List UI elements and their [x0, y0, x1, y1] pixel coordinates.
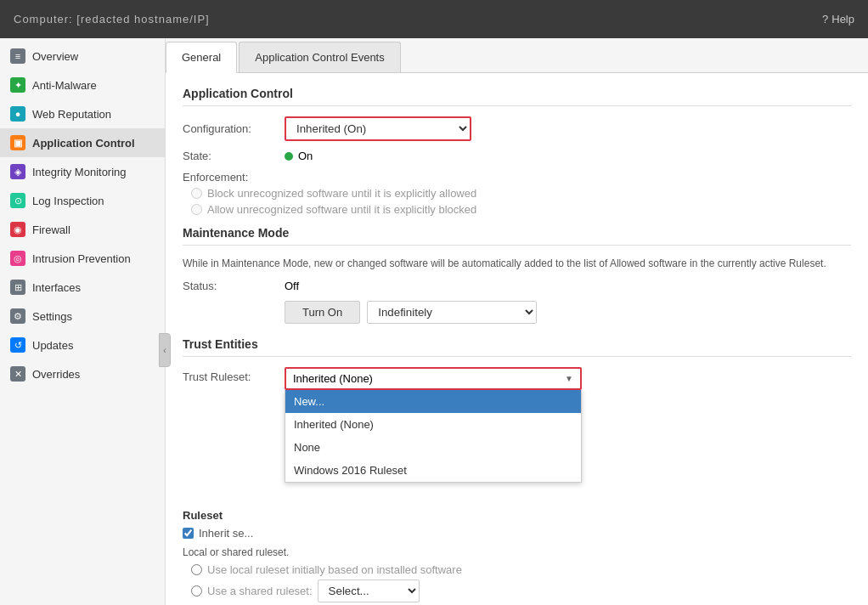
local-radio-label: Use local ruleset initially based on ins…	[207, 563, 462, 576]
shared-radio-row: Use a shared ruleset: Select...	[191, 580, 851, 602]
loginspect-icon: ⊙	[10, 193, 25, 208]
sidebar-label-updates: Updates	[32, 339, 73, 352]
local-radio[interactable]	[191, 564, 202, 575]
trust-ruleset-dropdown-container: Inherited (None) ▼ New... Inherited (Non…	[285, 367, 582, 390]
local-radio-row: Use local ruleset initially based on ins…	[191, 563, 851, 576]
state-label: State:	[183, 150, 285, 162]
updates-icon: ↺	[10, 337, 25, 353]
enforcement-radio1-row: Block unrecognized software until it is …	[191, 187, 851, 200]
sidebar-item-appcontrol[interactable]: ▣ Application Control	[0, 128, 165, 157]
app-control-section-title: Application Control	[183, 87, 851, 106]
sidebar-label-antimalware: Anti-Malware	[32, 79, 97, 92]
sidebar-label-loginspect: Log Inspection	[32, 195, 104, 207]
sidebar-label-webrep: Web Reputation	[32, 108, 111, 121]
dropdown-option-win2016[interactable]: Windows 2016 Ruleset	[285, 459, 581, 482]
maintenance-status-row: Status: Off	[183, 280, 851, 292]
sidebar-collapse-button[interactable]: ‹	[159, 333, 171, 367]
sidebar-label-overview: Overview	[32, 50, 78, 63]
enforcement-radio2-row: Allow unrecognized software until it is …	[191, 203, 851, 216]
trust-ruleset-menu: New... Inherited (None) None Windows 201…	[285, 390, 582, 483]
inherit-checkbox[interactable]	[183, 528, 194, 539]
sidebar-label-settings: Settings	[32, 310, 72, 323]
state-row: State: On	[183, 150, 851, 162]
duration-select[interactable]: Indefinitely 1 hour 2 hours 4 hours 8 ho…	[367, 301, 537, 324]
trust-ruleset-label: Trust Ruleset:	[183, 367, 285, 383]
help-button[interactable]: ? Help	[822, 13, 854, 25]
intrusion-icon: ◎	[10, 251, 25, 266]
maintenance-controls-row: Turn On Indefinitely 1 hour 2 hours 4 ho…	[183, 301, 851, 324]
ruleset-title: Ruleset	[183, 509, 851, 522]
dropdown-option-new[interactable]: New...	[285, 390, 581, 413]
sidebar: ≡ Overview ✦ Anti-Malware ● Web Reputati…	[0, 38, 166, 605]
main-content: General Application Control Events Appli…	[166, 38, 868, 605]
shared-ruleset-select[interactable]: Select...	[318, 580, 420, 602]
maintenance-section-title: Maintenance Mode	[183, 226, 851, 246]
shared-radio[interactable]	[191, 585, 202, 597]
trust-entities-section-title: Trust Entities	[183, 337, 851, 357]
help-icon: ?	[822, 13, 828, 25]
sidebar-label-overrides: Overrides	[32, 368, 80, 381]
sidebar-item-webrep[interactable]: ● Web Reputation	[0, 99, 165, 128]
config-select[interactable]: Inherited (On)	[285, 116, 471, 141]
inherit-checkbox-label: Inherit se...	[199, 527, 253, 540]
config-label: Configuration:	[183, 122, 285, 135]
settings-icon: ⚙	[10, 308, 25, 324]
sidebar-label-intrusion: Intrusion Prevention	[32, 252, 131, 265]
window-title: Computer: [redacted hostname/IP]	[14, 13, 210, 25]
sidebar-item-intrusion[interactable]: ◎ Intrusion Prevention	[0, 244, 165, 273]
webrep-icon: ●	[10, 106, 25, 122]
sidebar-item-interfaces[interactable]: ⊞ Interfaces	[0, 273, 165, 302]
turn-on-button[interactable]: Turn On	[285, 301, 360, 324]
sidebar-item-updates[interactable]: ↺ Updates	[0, 331, 165, 359]
maintenance-status-label: Status:	[183, 280, 285, 292]
maintenance-desc: While in Maintenance Mode, new or change…	[183, 256, 851, 271]
antimalware-icon: ✦	[10, 77, 25, 93]
dropdown-option-inherited-none[interactable]: Inherited (None)	[285, 413, 581, 436]
enforcement-radio1-label: Block unrecognized software until it is …	[207, 187, 476, 200]
tab-bar: General Application Control Events	[166, 38, 868, 73]
sidebar-label-integrity: Integrity Monitoring	[32, 166, 127, 178]
sidebar-item-settings[interactable]: ⚙ Settings	[0, 302, 165, 331]
enforcement-radio2-label: Allow unrecognized software until it is …	[207, 203, 476, 216]
shared-radio-label: Use a shared ruleset:	[207, 585, 313, 597]
trust-ruleset-value: Inherited (None)	[293, 372, 373, 385]
sidebar-label-firewall: Firewall	[32, 223, 70, 236]
trust-ruleset-row: Trust Ruleset: Inherited (None) ▼ New...…	[183, 367, 851, 390]
sidebar-item-firewall[interactable]: ◉ Firewall	[0, 215, 165, 244]
trust-ruleset-chevron: ▼	[565, 374, 573, 383]
overrides-icon: ✕	[10, 366, 25, 382]
sidebar-item-loginspect[interactable]: ⊙ Log Inspection	[0, 186, 165, 215]
maintenance-status-value: Off	[285, 280, 299, 292]
dropdown-option-none[interactable]: None	[285, 436, 581, 459]
integrity-icon: ◈	[10, 164, 25, 179]
enforcement-radio1[interactable]	[191, 188, 202, 199]
enforcement-radio2[interactable]	[191, 204, 202, 215]
trust-ruleset-dropdown[interactable]: Inherited (None) ▼	[285, 367, 582, 390]
title-bar: Computer: [redacted hostname/IP] ? Help	[0, 0, 868, 38]
interfaces-icon: ⊞	[10, 280, 25, 295]
overview-icon: ≡	[10, 48, 25, 64]
appcontrol-icon: ▣	[10, 135, 25, 150]
ruleset-section: Ruleset Inherit se... Local or shared ru…	[183, 509, 851, 602]
sidebar-item-integrity[interactable]: ◈ Integrity Monitoring	[0, 157, 165, 186]
sidebar-item-overrides[interactable]: ✕ Overrides	[0, 359, 165, 388]
state-indicator	[285, 152, 293, 161]
enforcement-label: Enforcement:	[183, 171, 248, 184]
sidebar-item-antimalware[interactable]: ✦ Anti-Malware	[0, 71, 165, 99]
content-area: Application Control Configuration: Inher…	[166, 73, 868, 605]
firewall-icon: ◉	[10, 222, 25, 237]
inherit-checkbox-row: Inherit se...	[183, 527, 851, 540]
sidebar-label-appcontrol: Application Control	[32, 137, 135, 150]
sidebar-item-overview[interactable]: ≡ Overview	[0, 42, 165, 71]
tab-general[interactable]: General	[166, 42, 237, 73]
trust-section: Trust Ruleset: Inherited (None) ▼ New...…	[183, 367, 851, 602]
state-value: On	[298, 150, 313, 162]
local-shared-label: Local or shared ruleset.	[183, 546, 851, 558]
sidebar-label-interfaces: Interfaces	[32, 281, 81, 294]
enforcement-section: Enforcement: Block unrecognized software…	[183, 171, 851, 216]
maintenance-section: While in Maintenance Mode, new or change…	[183, 256, 851, 324]
tab-events[interactable]: Application Control Events	[239, 42, 400, 72]
config-row: Configuration: Inherited (On)	[183, 116, 851, 141]
